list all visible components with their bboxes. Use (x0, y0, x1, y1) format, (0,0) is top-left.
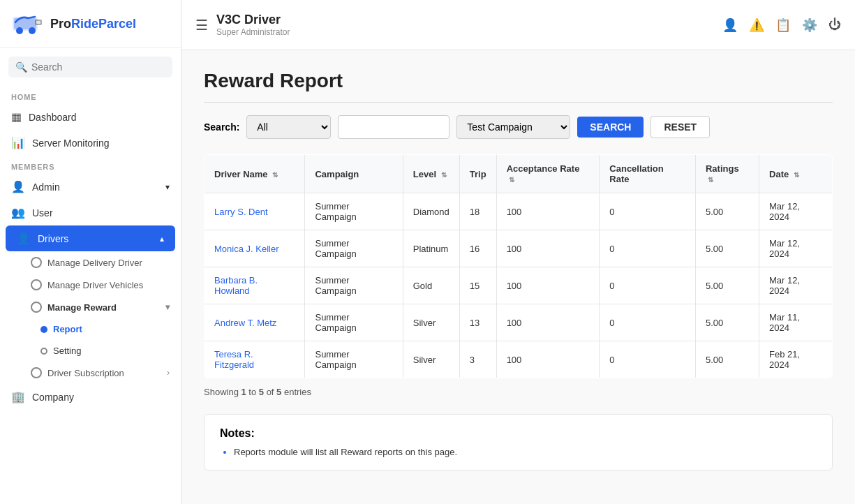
chevron-up-icon: ▴ (160, 234, 164, 244)
table-body: Larry S. Dent Summer Campaign Diamond 18… (205, 193, 833, 378)
main-area: ☰ V3C Driver Super Administrator 👤 ⚠️ 📋 … (181, 0, 855, 504)
sidebar-sub-item-label: Setting (53, 346, 81, 356)
cell-driver-name[interactable]: Monica J. Keller (205, 230, 305, 267)
col-ratings[interactable]: Ratings ⇅ (695, 155, 759, 193)
sort-icon: ⇅ (441, 171, 447, 179)
sidebar-item-label: Admin (32, 181, 60, 193)
cell-driver-name[interactable]: Teresa R. Fitzgerald (205, 341, 305, 378)
search-text-input[interactable] (338, 115, 449, 139)
chevron-down-icon: ▾ (165, 302, 170, 312)
cell-trip: 3 (459, 341, 496, 378)
alert-icon[interactable]: ⚠️ (749, 17, 764, 33)
content-area: Reward Report Search: All Driver Name Ca… (181, 50, 855, 504)
sidebar-item-admin[interactable]: 👤 Admin ▾ (0, 174, 181, 200)
cell-date: Feb 21, 2024 (759, 341, 833, 378)
sidebar-item-drivers[interactable]: 👤 Drivers ▴ (6, 225, 175, 251)
campaign-select[interactable]: Test Campaign Summer Campaign (456, 115, 570, 139)
col-trip[interactable]: Trip (459, 155, 496, 193)
col-level[interactable]: Level ⇅ (403, 155, 459, 193)
cell-ratings: 5.00 (695, 193, 759, 230)
sidebar-item-dashboard[interactable]: ▦ Dashboard (0, 104, 181, 130)
logo-text: ProRideParcel (50, 17, 136, 31)
sidebar-item-driver-subscription[interactable]: Driver Subscription › (0, 362, 181, 384)
search-button[interactable]: SEARCH (577, 117, 644, 138)
sidebar-item-setting[interactable]: Setting (0, 340, 181, 362)
cell-acceptance-rate: 100 (496, 230, 600, 267)
sidebar-item-company[interactable]: 🏢 Company (0, 384, 181, 410)
cell-trip: 16 (459, 230, 496, 267)
col-driver-name[interactable]: Driver Name ⇅ (205, 155, 305, 193)
sidebar-item-report[interactable]: Report (0, 318, 181, 340)
sidebar-sub-item-label: Manage Driver Vehicles (47, 280, 143, 290)
table-row: Teresa R. Fitzgerald Summer Campaign Sil… (205, 341, 833, 378)
power-icon[interactable]: ⏻ (828, 17, 841, 32)
cell-date: Mar 12, 2024 (759, 230, 833, 267)
company-icon: 🏢 (11, 390, 25, 403)
cell-cancellation-rate: 0 (600, 304, 696, 341)
col-campaign[interactable]: Campaign (305, 155, 403, 193)
dot-empty-icon (40, 348, 47, 355)
sidebar-item-manage-reward[interactable]: Manage Reward ▾ (0, 296, 181, 318)
driver-link[interactable]: Teresa R. Fitzgerald (214, 349, 254, 370)
cell-cancellation-rate: 0 (600, 193, 696, 230)
driver-link[interactable]: Monica J. Keller (214, 244, 278, 254)
cell-driver-name[interactable]: Larry S. Dent (205, 193, 305, 230)
gear-icon[interactable]: ⚙️ (802, 17, 817, 33)
col-cancellation-rate[interactable]: Cancellation Rate (600, 155, 696, 193)
col-date[interactable]: Date ⇅ (759, 155, 833, 193)
cell-trip: 13 (459, 304, 496, 341)
reset-button[interactable]: RESET (650, 116, 710, 138)
driver-link[interactable]: Barbara B. Howland (214, 275, 258, 296)
menu-toggle-button[interactable]: ☰ (195, 17, 208, 34)
app-name: V3C Driver (216, 13, 714, 27)
notes-icon[interactable]: 📋 (775, 17, 791, 33)
cell-driver-name[interactable]: Barbara B. Howland (205, 267, 305, 304)
cell-campaign: Summer Campaign (305, 341, 403, 378)
circle-icon (31, 367, 42, 378)
col-acceptance-rate[interactable]: Acceptance Rate ⇅ (496, 155, 600, 193)
report-table: Driver Name ⇅ Campaign Level ⇅ Trip Acce… (204, 154, 833, 378)
sidebar-item-label: Server Monitoring (32, 138, 110, 149)
notes-list: Reports module will list all Reward repo… (220, 447, 817, 457)
sidebar-sub-item-label: Manage Reward (47, 302, 117, 313)
sidebar-item-label: User (32, 207, 53, 218)
user-profile-icon[interactable]: 👤 (722, 17, 738, 33)
cell-ratings: 5.00 (695, 230, 759, 267)
drivers-icon: 👤 (17, 232, 31, 245)
notes-item: Reports module will list all Reward repo… (234, 447, 817, 457)
sidebar-item-manage-driver-vehicles[interactable]: Manage Driver Vehicles (0, 274, 181, 296)
search-input[interactable] (31, 61, 165, 73)
sidebar-item-manage-delivery-driver[interactable]: Manage Delivery Driver (0, 251, 181, 274)
sidebar-item-user[interactable]: 👥 User (0, 200, 181, 225)
chevron-right-icon: › (167, 368, 170, 378)
sidebar-sub-item-label: Driver Subscription (47, 368, 124, 378)
cell-campaign: Summer Campaign (305, 267, 403, 304)
notes-title: Notes: (220, 427, 817, 440)
table-row: Barbara B. Howland Summer Campaign Gold … (205, 267, 833, 304)
search-icon: 🔍 (15, 61, 27, 73)
cell-ratings: 5.00 (695, 304, 759, 341)
cell-acceptance-rate: 100 (496, 341, 600, 378)
cell-date: Mar 11, 2024 (759, 304, 833, 341)
cell-driver-name[interactable]: Andrew T. Metz (205, 304, 305, 341)
dashboard-icon: ▦ (11, 110, 22, 124)
table-row: Andrew T. Metz Summer Campaign Silver 13… (205, 304, 833, 341)
table-summary: Showing 1 to 5 of 5 entries (204, 387, 833, 397)
driver-link[interactable]: Larry S. Dent (214, 207, 268, 217)
cell-ratings: 5.00 (695, 267, 759, 304)
sidebar-logo: ProRideParcel (0, 0, 181, 48)
cell-trip: 18 (459, 193, 496, 230)
sidebar-search-container[interactable]: 🔍 (8, 57, 172, 77)
logo-icon (11, 10, 45, 38)
cell-cancellation-rate: 0 (600, 267, 696, 304)
search-label: Search: (204, 121, 239, 133)
search-filter-select[interactable]: All Driver Name Campaign Level (246, 115, 331, 139)
sidebar-sub-item-label: Report (53, 324, 82, 334)
table-row: Larry S. Dent Summer Campaign Diamond 18… (205, 193, 833, 230)
cell-campaign: Summer Campaign (305, 193, 403, 230)
driver-link[interactable]: Andrew T. Metz (214, 318, 276, 328)
header-icons: 👤 ⚠️ 📋 ⚙️ ⏻ (722, 17, 841, 33)
search-bar: Search: All Driver Name Campaign Level T… (204, 115, 833, 139)
sidebar-item-server-monitoring[interactable]: 📊 Server Monitoring (0, 130, 181, 156)
cell-campaign: Summer Campaign (305, 304, 403, 341)
